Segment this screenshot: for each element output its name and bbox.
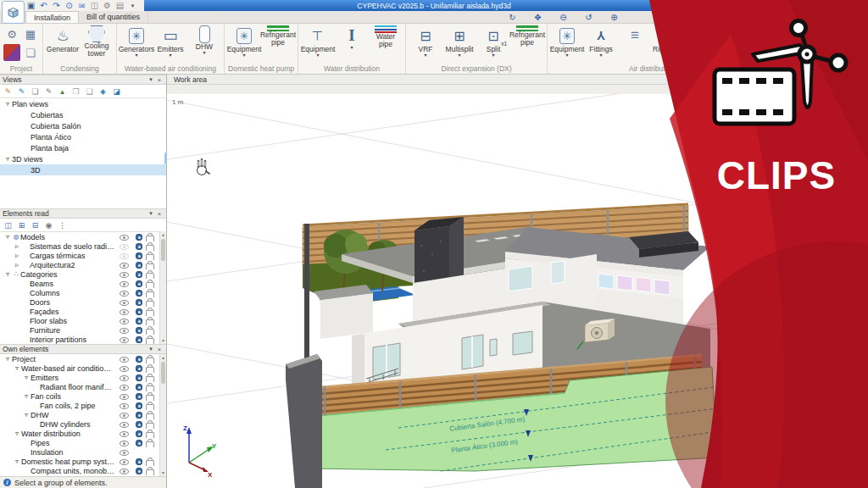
ribbon-button[interactable]: Multisplit xyxy=(442,25,476,64)
ribbon-button[interactable]: Equipment xyxy=(550,25,584,64)
collapse-panel-icon[interactable]: ▾ xyxy=(147,76,155,83)
collapse-panel-icon[interactable]: ▾ xyxy=(147,210,155,217)
lock-icon[interactable] xyxy=(146,301,154,307)
tree-chevron-icon[interactable] xyxy=(3,355,12,363)
settings-gear-icon[interactable] xyxy=(136,290,142,297)
lock-icon[interactable] xyxy=(146,395,154,401)
ribbon-button[interactable]: Water pipe xyxy=(369,25,403,64)
tree-chevron-icon[interactable] xyxy=(13,261,21,269)
tree-row[interactable]: Cubierta Salón xyxy=(0,120,166,131)
tree-chevron-icon[interactable] xyxy=(3,233,12,241)
ribbon-button[interactable]: Flexible duct xyxy=(720,25,754,65)
quick-access-icon[interactable] xyxy=(76,1,87,11)
views-toolbar-icon[interactable] xyxy=(30,86,41,97)
lock-icon[interactable] xyxy=(146,367,154,373)
tree-row[interactable]: 3D views xyxy=(0,153,166,164)
settings-gear-icon[interactable] xyxy=(136,374,142,381)
tree-chevron-icon[interactable] xyxy=(13,242,21,250)
views-toolbar-icon[interactable] xyxy=(43,86,54,97)
ribbon-button[interactable]: Equipment xyxy=(227,25,261,64)
tree-row[interactable]: Project xyxy=(0,354,159,363)
settings-gear-icon[interactable] xyxy=(136,262,142,269)
close-panel-icon[interactable]: × xyxy=(155,77,164,83)
ribbon-button[interactable] xyxy=(618,25,652,64)
visibility-eye-icon[interactable] xyxy=(120,366,129,372)
view-tool-icon[interactable] xyxy=(532,13,543,23)
settings-gear-icon[interactable] xyxy=(136,430,142,437)
visibility-eye-icon[interactable] xyxy=(120,441,129,446)
ribbon-button[interactable]: Rigid duct xyxy=(652,25,686,64)
view-tool-icon[interactable] xyxy=(583,13,594,23)
tree-row[interactable]: Sistemas de suelo radiante xyxy=(0,241,159,251)
tree-row[interactable]: Floor slabs xyxy=(0,316,159,325)
tree-row[interactable]: Planta Ático xyxy=(0,131,166,142)
tree-row[interactable]: Emitters xyxy=(0,373,159,382)
visibility-eye-icon[interactable] xyxy=(120,422,129,428)
tree-row[interactable]: DHW xyxy=(0,410,159,419)
elements-read-toolbar-icon[interactable] xyxy=(16,220,27,230)
tree-row[interactable]: Fan coils, 2 pipe xyxy=(0,401,159,410)
tree-row[interactable]: Categories xyxy=(0,269,159,279)
elements-read-toolbar-icon[interactable] xyxy=(57,220,68,230)
quick-access-icon[interactable] xyxy=(38,1,49,11)
settings-gear-icon[interactable] xyxy=(136,440,142,446)
tree-row[interactable]: Beams xyxy=(0,279,159,288)
tree-row[interactable]: Planta baja xyxy=(0,142,166,153)
visibility-eye-icon[interactable] xyxy=(120,272,129,278)
settings-gear-icon[interactable] xyxy=(136,308,142,315)
lock-icon[interactable] xyxy=(146,263,154,269)
elements-read-toolbar-icon[interactable] xyxy=(30,220,41,230)
view-tool-icon[interactable] xyxy=(558,13,569,23)
visibility-eye-icon[interactable] xyxy=(120,300,129,306)
tree-row[interactable]: Interior partitions xyxy=(0,335,159,344)
ribbon-button[interactable]: DHW xyxy=(187,25,221,64)
visibility-eye-icon[interactable] xyxy=(120,281,129,287)
visibility-eye-icon[interactable] xyxy=(120,319,129,324)
side-tool-icon[interactable] xyxy=(759,42,770,53)
visibility-eye-icon[interactable] xyxy=(120,394,129,400)
views-toolbar-icon[interactable] xyxy=(84,86,95,97)
settings-gear-icon[interactable] xyxy=(136,336,142,343)
settings-gear-icon[interactable] xyxy=(136,234,142,241)
scroll-up-icon[interactable]: ▲ xyxy=(160,231,166,238)
ribbon-button[interactable]: Generators xyxy=(120,25,153,64)
visibility-eye-icon[interactable] xyxy=(120,253,129,259)
lock-icon[interactable] xyxy=(146,291,154,297)
tree-row[interactable]: Plan views xyxy=(0,98,166,109)
tree-row[interactable]: Cargas térmicas xyxy=(0,251,159,260)
tree-row[interactable]: Cubiertas xyxy=(0,109,166,120)
ribbon-button[interactable] xyxy=(3,43,21,63)
tree-row[interactable]: Fan coils xyxy=(0,391,159,401)
lock-icon[interactable] xyxy=(146,385,154,391)
visibility-eye-icon[interactable] xyxy=(120,244,129,250)
lock-icon[interactable] xyxy=(146,441,154,447)
ribbon-button[interactable] xyxy=(3,25,21,44)
views-toolbar-icon[interactable] xyxy=(16,86,27,97)
quick-access-icon[interactable] xyxy=(64,1,75,11)
tree-chevron-icon[interactable] xyxy=(13,364,21,372)
settings-gear-icon[interactable] xyxy=(136,327,142,334)
tree-chevron-icon[interactable] xyxy=(13,430,21,437)
close-panel-icon[interactable]: × xyxy=(155,347,164,352)
quick-access-icon[interactable] xyxy=(25,1,36,11)
lock-icon[interactable] xyxy=(146,273,154,279)
quick-access-icon[interactable] xyxy=(89,1,100,11)
ribbon-button[interactable] xyxy=(21,25,40,44)
tree-chevron-icon[interactable] xyxy=(22,374,31,381)
ribbon-button[interactable] xyxy=(21,43,40,63)
tree-row[interactable]: Insulation xyxy=(0,447,159,457)
ribbon-button[interactable]: Emitters xyxy=(153,25,187,64)
tree-row[interactable]: Arquitectura2 xyxy=(0,260,159,269)
visibility-eye-icon[interactable] xyxy=(120,403,129,409)
lock-icon[interactable] xyxy=(146,404,154,410)
quick-access-icon[interactable] xyxy=(51,1,62,11)
settings-gear-icon[interactable] xyxy=(136,243,142,250)
settings-gear-icon[interactable] xyxy=(136,384,142,391)
tree-chevron-icon[interactable] xyxy=(3,100,12,108)
visibility-eye-icon[interactable] xyxy=(120,357,129,363)
tree-row[interactable]: Domestic heat pump systems xyxy=(0,457,159,466)
collapse-panel-icon[interactable]: ▾ xyxy=(147,346,155,352)
visibility-eye-icon[interactable] xyxy=(120,263,129,269)
visibility-eye-icon[interactable] xyxy=(120,337,129,343)
views-toolbar-icon[interactable] xyxy=(70,86,81,97)
